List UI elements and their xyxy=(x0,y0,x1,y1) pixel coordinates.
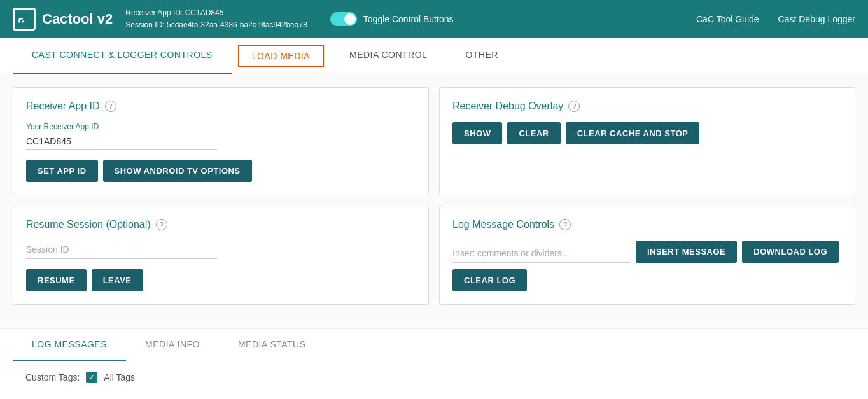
log-message-title: Log Message Controls ? xyxy=(452,219,842,230)
main-nav: CAST CONNECT & LOGGER CONTROLS LOAD MEDI… xyxy=(0,38,868,74)
session-id-input-container xyxy=(26,241,217,259)
toggle-label: Toggle Control Buttons xyxy=(363,14,454,24)
cast-debug-logger-link[interactable]: Cast Debug Logger xyxy=(778,14,855,24)
show-button[interactable]: SHOW xyxy=(452,122,502,144)
receiver-debug-card: Receiver Debug Overlay ? SHOW CLEAR CLEA… xyxy=(439,87,855,195)
leave-button[interactable]: LEAVE xyxy=(92,269,143,291)
tab-load-media[interactable]: LOAD MEDIA xyxy=(238,45,324,67)
receiver-app-id-value: CC1AD845 xyxy=(26,134,217,150)
cards-row-1: Receiver App ID ? Your Receiver App ID C… xyxy=(13,87,855,195)
receiver-app-id-card: Receiver App ID ? Your Receiver App ID C… xyxy=(13,87,429,195)
header-links: CaC Tool Guide Cast Debug Logger xyxy=(696,14,855,24)
session-id-input[interactable] xyxy=(26,241,217,259)
all-tags-checkbox[interactable] xyxy=(86,372,97,383)
custom-tags-label: Custom Tags: xyxy=(25,372,80,382)
logo-text: Cactool v2 xyxy=(42,11,113,27)
resume-session-btn-group: RESUME LEAVE xyxy=(26,269,416,291)
clear-log-button[interactable]: CLEAR LOG xyxy=(452,269,527,291)
resume-button[interactable]: RESUME xyxy=(26,269,87,291)
log-message-btn-group: INSERT MESSAGE DOWNLOAD LOG xyxy=(636,241,839,263)
header-info: Receiver App ID: CC1AD845 Session ID: 5c… xyxy=(125,7,307,31)
receiver-debug-btn-group: SHOW CLEAR CLEAR CACHE AND STOP xyxy=(452,122,842,144)
logo-icon xyxy=(13,8,36,31)
all-tags-label: All Tags xyxy=(104,372,135,382)
receiver-app-id-help-icon[interactable]: ? xyxy=(105,101,116,112)
tab-other[interactable]: OTHER xyxy=(446,38,517,74)
resume-session-help-icon[interactable]: ? xyxy=(156,219,167,230)
cac-tool-guide-link[interactable]: CaC Tool Guide xyxy=(696,14,759,24)
receiver-app-id-title: Receiver App ID ? xyxy=(26,101,416,112)
session-id-info: Session ID: 5cdae4fa-32aa-4386-ba2c-9fac… xyxy=(125,19,307,31)
tab-media-info[interactable]: MEDIA INFO xyxy=(126,329,219,361)
clear-cache-stop-button[interactable]: CLEAR CACHE AND STOP xyxy=(566,122,700,144)
insert-message-button[interactable]: INSERT MESSAGE xyxy=(636,241,737,263)
log-message-card: Log Message Controls ? INSERT MESSAGE DO… xyxy=(439,206,855,305)
custom-tags-section: Custom Tags: All Tags xyxy=(13,361,855,393)
toggle-control[interactable]: Toggle Control Buttons xyxy=(330,12,454,26)
app-header: Cactool v2 Receiver App ID: CC1AD845 Ses… xyxy=(0,0,868,38)
receiver-app-id-input-container: Your Receiver App ID CC1AD845 xyxy=(26,122,217,150)
log-message-help-icon[interactable]: ? xyxy=(559,219,571,230)
tab-media-status[interactable]: MEDIA STATUS xyxy=(219,329,325,361)
tab-log-messages[interactable]: LOG MESSAGES xyxy=(13,329,126,361)
resume-session-card: Resume Session (Optional) ? RESUME LEAVE xyxy=(13,206,429,305)
insert-message-input[interactable] xyxy=(452,244,631,263)
receiver-app-btn-group: SET APP ID SHOW ANDROID TV OPTIONS xyxy=(26,160,416,182)
receiver-debug-help-icon[interactable]: ? xyxy=(568,101,580,112)
resume-session-title: Resume Session (Optional) ? xyxy=(26,219,416,230)
tab-media-control[interactable]: MEDIA CONTROL xyxy=(330,38,446,74)
bottom-section: LOG MESSAGES MEDIA INFO MEDIA STATUS Cus… xyxy=(0,328,868,393)
clear-log-container: CLEAR LOG xyxy=(452,269,842,291)
clear-button[interactable]: CLEAR xyxy=(507,122,560,144)
tab-cast-connect[interactable]: CAST CONNECT & LOGGER CONTROLS xyxy=(13,38,232,74)
toggle-switch[interactable] xyxy=(330,12,357,26)
cards-row-2: Resume Session (Optional) ? RESUME LEAVE… xyxy=(13,206,855,305)
set-app-id-button[interactable]: SET APP ID xyxy=(26,160,98,182)
receiver-debug-title: Receiver Debug Overlay ? xyxy=(452,101,842,112)
receiver-app-id-info: Receiver App ID: CC1AD845 xyxy=(125,7,307,19)
receiver-app-id-input-label: Your Receiver App ID xyxy=(26,122,217,131)
bottom-tabs: LOG MESSAGES MEDIA INFO MEDIA STATUS xyxy=(13,329,855,361)
main-content: Receiver App ID ? Your Receiver App ID C… xyxy=(0,74,868,328)
show-android-tv-button[interactable]: SHOW ANDROID TV OPTIONS xyxy=(103,160,252,182)
logo: Cactool v2 xyxy=(13,8,113,31)
download-log-button[interactable]: DOWNLOAD LOG xyxy=(742,241,839,263)
